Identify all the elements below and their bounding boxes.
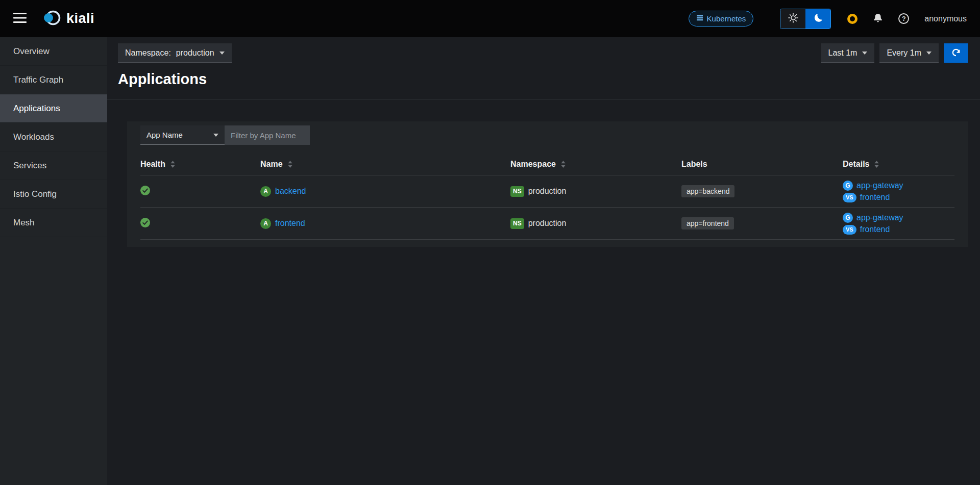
refresh-interval-select[interactable]: Every 1m — [879, 43, 939, 63]
brand-title: kiali — [66, 11, 94, 27]
kubernetes-cluster-badge[interactable]: Kubernetes — [689, 11, 754, 27]
namespace-badge: NS — [510, 218, 524, 229]
sort-icon[interactable] — [287, 161, 293, 168]
applications-table: Health Name Namespace Labels Details — [140, 153, 954, 240]
bell-icon — [873, 13, 883, 25]
namespace-select-value: production — [176, 48, 214, 58]
istio-status-icon[interactable] — [847, 14, 857, 24]
virtualservice-link[interactable]: frontend — [860, 193, 890, 202]
refresh-interval-value: Every 1m — [887, 48, 921, 58]
chevron-down-icon — [862, 52, 867, 55]
sidebar-item-label: Traffic Graph — [13, 75, 63, 85]
sidebar-item-label: Istio Config — [13, 189, 57, 199]
gateway-link[interactable]: app-gateway — [856, 213, 903, 222]
help-icon: ? — [898, 13, 909, 24]
labels-cell: app=frontend — [681, 217, 843, 229]
column-header-labels: Labels — [681, 160, 843, 169]
filter-input[interactable] — [225, 125, 310, 145]
table-header-row: Health Name Namespace Labels Details — [140, 153, 954, 175]
healthy-icon — [140, 218, 150, 229]
light-theme-button[interactable] — [780, 9, 805, 29]
virtualservice-badge: VS — [843, 193, 856, 202]
sidebar-item-applications[interactable]: Applications — [0, 94, 107, 123]
sort-icon[interactable] — [170, 161, 176, 168]
application-link[interactable]: frontend — [275, 219, 305, 228]
chevron-down-icon — [219, 52, 225, 55]
filter-type-value: App Name — [146, 131, 183, 139]
duration-select[interactable]: Last 1m — [821, 43, 875, 63]
kubernetes-icon — [696, 14, 703, 23]
sidebar-item-label: Applications — [13, 104, 60, 114]
sort-icon[interactable] — [874, 161, 879, 168]
sidebar-item-label: Overview — [13, 46, 50, 57]
duration-select-value: Last 1m — [828, 48, 857, 58]
namespace-cell: NS production — [510, 218, 681, 229]
notifications-button[interactable] — [873, 13, 883, 25]
healthy-icon — [140, 186, 150, 197]
details-cell: G app-gateway VS frontend — [843, 213, 954, 235]
theme-toggle — [780, 9, 831, 29]
application-badge: A — [260, 186, 271, 197]
health-cell — [140, 218, 260, 229]
namespace-value: production — [528, 219, 567, 228]
help-button[interactable]: ? — [898, 13, 909, 24]
table-row: A backend NS production app=backend G ap… — [140, 175, 954, 208]
sidebar-item-label: Mesh — [13, 218, 35, 228]
refresh-icon — [951, 48, 961, 59]
sidebar-item-istio-config[interactable]: Istio Config — [0, 180, 107, 209]
page-toolbar: Namespace: production Last 1m Every 1m — [107, 37, 980, 63]
health-cell — [140, 186, 260, 197]
sidebar-nav: Overview Traffic Graph Applications Work… — [0, 37, 107, 485]
gateway-badge: G — [843, 181, 853, 191]
table-row: A frontend NS production app=frontend G … — [140, 208, 954, 240]
sidebar-item-overview[interactable]: Overview — [0, 37, 107, 66]
user-menu[interactable]: anonymous — [924, 14, 967, 23]
name-cell: A backend — [260, 186, 510, 197]
application-link[interactable]: backend — [275, 187, 306, 196]
dark-theme-button[interactable] — [805, 9, 830, 29]
column-header-name[interactable]: Name — [260, 160, 510, 169]
refresh-button[interactable] — [944, 43, 968, 63]
moon-icon — [814, 13, 823, 24]
namespace-select[interactable]: Namespace: production — [118, 43, 232, 63]
hamburger-icon — [13, 13, 27, 24]
namespace-value: production — [528, 187, 567, 196]
sidebar-item-traffic-graph[interactable]: Traffic Graph — [0, 66, 107, 94]
applications-card: App Name Health Name Namespace — [127, 121, 968, 247]
namespace-select-label: Namespace: — [125, 48, 171, 58]
column-header-namespace[interactable]: Namespace — [510, 160, 681, 169]
gateway-link[interactable]: app-gateway — [856, 181, 903, 190]
filter-type-select[interactable]: App Name — [140, 125, 225, 145]
chevron-down-icon — [213, 134, 218, 137]
details-cell: G app-gateway VS frontend — [843, 181, 954, 202]
sidebar-item-services[interactable]: Services — [0, 151, 107, 180]
application-badge: A — [260, 218, 271, 229]
hamburger-menu-button[interactable] — [13, 13, 27, 24]
main-content: Namespace: production Last 1m Every 1m A… — [107, 37, 980, 247]
virtualservice-link[interactable]: frontend — [860, 225, 890, 234]
label-chip: app=frontend — [681, 217, 734, 229]
sidebar-item-label: Workloads — [13, 132, 54, 142]
column-header-health[interactable]: Health — [140, 160, 260, 169]
page-title: Applications — [107, 63, 980, 99]
labels-cell: app=backend — [681, 185, 843, 197]
sort-icon[interactable] — [560, 161, 566, 168]
sidebar-item-mesh[interactable]: Mesh — [0, 209, 107, 237]
kiali-logo-icon — [42, 8, 61, 30]
sun-icon — [788, 13, 798, 24]
label-chip: app=backend — [681, 185, 734, 197]
sidebar-item-label: Services — [13, 161, 46, 171]
masthead: kiali Kubernetes — [0, 0, 980, 37]
sidebar-item-workloads[interactable]: Workloads — [0, 123, 107, 151]
virtualservice-badge: VS — [843, 225, 856, 235]
name-cell: A frontend — [260, 218, 510, 229]
chevron-down-icon — [926, 52, 932, 55]
filter-toolbar: App Name — [140, 125, 954, 145]
column-header-details[interactable]: Details — [843, 160, 954, 169]
gateway-badge: G — [843, 213, 853, 223]
namespace-badge: NS — [510, 186, 524, 197]
title-divider — [107, 99, 980, 99]
cluster-badge-label: Kubernetes — [707, 14, 746, 23]
kiali-brand[interactable]: kiali — [42, 8, 94, 30]
namespace-cell: NS production — [510, 186, 681, 197]
